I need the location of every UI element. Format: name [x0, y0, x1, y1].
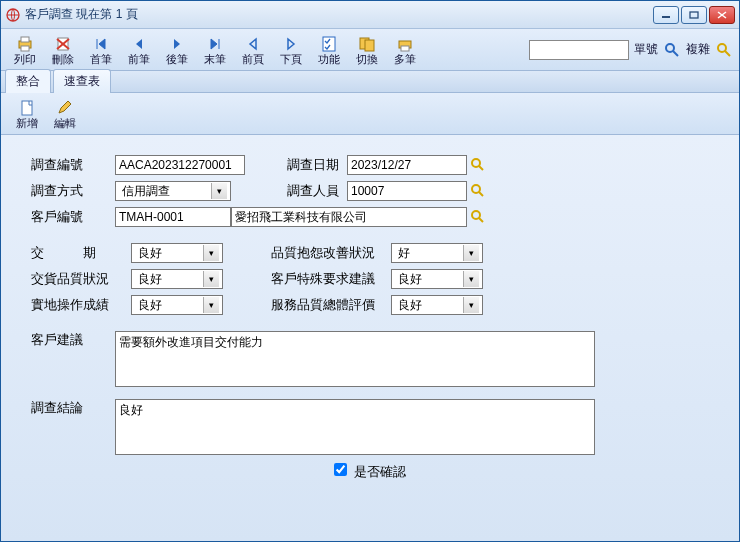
chevron-down-icon: ▾	[211, 183, 227, 199]
svg-line-17	[673, 51, 678, 56]
survey-date-lookup-icon[interactable]	[469, 156, 487, 174]
delivery-quality-combo[interactable]: 良好 ▾	[131, 269, 223, 289]
cust-suggest-textarea[interactable]	[115, 331, 595, 387]
chevron-down-icon: ▾	[203, 271, 219, 287]
tab-quicklook[interactable]: 速查表	[53, 69, 111, 93]
next-page-icon	[283, 34, 299, 54]
chevron-down-icon: ▾	[203, 245, 219, 261]
confirm-checkbox[interactable]	[334, 463, 347, 476]
complex-label: 複雜	[686, 41, 710, 58]
maximize-button[interactable]	[681, 6, 707, 24]
svg-point-21	[472, 159, 480, 167]
svg-rect-15	[401, 46, 409, 51]
svg-line-22	[479, 166, 483, 170]
form-area: 調查編號 調查日期 調查方式 信用調查 ▾ 調查人員 客戶編號	[1, 135, 739, 541]
delete-icon	[54, 34, 72, 54]
svg-rect-13	[365, 40, 374, 51]
survey-no-label: 調查編號	[31, 156, 115, 174]
svg-line-26	[479, 218, 483, 222]
survey-no-field[interactable]	[115, 155, 245, 175]
surveyor-lookup-icon[interactable]	[469, 182, 487, 200]
svg-line-24	[479, 192, 483, 196]
chevron-down-icon: ▾	[463, 297, 479, 313]
edit-button[interactable]: 編輯	[47, 97, 83, 130]
last-icon	[207, 34, 223, 54]
first-icon	[93, 34, 109, 54]
cust-special-combo[interactable]: 良好 ▾	[391, 269, 483, 289]
svg-rect-11	[323, 37, 335, 51]
switch-icon	[358, 34, 376, 54]
cust-suggest-label: 客戶建議	[31, 331, 115, 349]
switch-button[interactable]: 切換	[349, 33, 385, 66]
print-button[interactable]: 列印	[7, 33, 43, 66]
multi-button[interactable]: 多筆	[387, 33, 423, 66]
next-button[interactable]: 後筆	[159, 33, 195, 66]
cust-special-label: 客戶特殊要求建議	[271, 270, 391, 288]
tab-integrate[interactable]: 整合	[5, 69, 51, 93]
checklist-icon	[320, 34, 338, 54]
chevron-down-icon: ▾	[463, 245, 479, 261]
survey-method-label: 調查方式	[31, 182, 115, 200]
window-title: 客戶調查 現在第 1 頁	[25, 6, 653, 23]
main-toolbar: 列印 刪除 首筆 前筆 後筆 末筆 前頁 下頁	[1, 29, 739, 71]
surveyor-field[interactable]	[347, 181, 467, 201]
serial-search-input[interactable]	[529, 40, 629, 60]
multi-print-icon	[396, 34, 414, 54]
printer-icon	[16, 34, 34, 54]
next-icon	[169, 34, 185, 54]
svg-point-23	[472, 185, 480, 193]
surveyor-label: 調查人員	[287, 182, 347, 200]
last-button[interactable]: 末筆	[197, 33, 233, 66]
svg-rect-6	[21, 37, 29, 42]
svg-point-16	[666, 44, 674, 52]
chevron-down-icon: ▾	[463, 271, 479, 287]
sub-toolbar: 新增 編輯	[1, 93, 739, 135]
field-op-label: 實地操作成績	[31, 296, 131, 314]
serial-label: 單號	[634, 41, 658, 58]
quality-improve-combo[interactable]: 好 ▾	[391, 243, 483, 263]
func-button[interactable]: 功能	[311, 33, 347, 66]
svg-rect-7	[21, 46, 29, 51]
confirm-label: 是否確認	[354, 464, 406, 479]
add-button[interactable]: 新增	[9, 97, 45, 130]
chevron-down-icon: ▾	[203, 297, 219, 313]
delivery-quality-label: 交貨品質狀況	[31, 270, 131, 288]
first-button[interactable]: 首筆	[83, 33, 119, 66]
cust-no-field[interactable]	[115, 207, 231, 227]
titlebar: 客戶調查 現在第 1 頁	[1, 1, 739, 29]
prev-icon	[131, 34, 147, 54]
serial-search-icon[interactable]	[663, 41, 681, 59]
delete-button[interactable]: 刪除	[45, 33, 81, 66]
prev-button[interactable]: 前筆	[121, 33, 157, 66]
svg-rect-2	[690, 12, 698, 18]
svg-point-18	[718, 44, 726, 52]
survey-date-field[interactable]	[347, 155, 467, 175]
svg-point-25	[472, 211, 480, 219]
cust-no-label: 客戶編號	[31, 208, 115, 226]
tab-strip: 整合 速查表	[1, 71, 739, 93]
svg-rect-20	[22, 101, 32, 115]
service-eval-label: 服務品質總體評價	[271, 296, 391, 314]
conclusion-textarea[interactable]	[115, 399, 595, 455]
survey-method-combo[interactable]: 信用調查 ▾	[115, 181, 231, 201]
complex-search-icon[interactable]	[715, 41, 733, 59]
service-eval-combo[interactable]: 良好 ▾	[391, 295, 483, 315]
delivery-label: 交 期	[31, 244, 131, 262]
new-doc-icon	[18, 98, 36, 118]
conclusion-label: 調查結論	[31, 399, 115, 417]
next-page-button[interactable]: 下頁	[273, 33, 309, 66]
delivery-combo[interactable]: 良好 ▾	[131, 243, 223, 263]
minimize-button[interactable]	[653, 6, 679, 24]
quality-improve-label: 品質抱怨改善狀況	[271, 244, 391, 262]
prev-page-icon	[245, 34, 261, 54]
survey-date-label: 調查日期	[287, 156, 347, 174]
field-op-combo[interactable]: 良好 ▾	[131, 295, 223, 315]
close-button[interactable]	[709, 6, 735, 24]
cust-name-field[interactable]	[231, 207, 467, 227]
svg-line-19	[725, 51, 730, 56]
pencil-icon	[56, 98, 74, 118]
globe-icon	[5, 7, 21, 23]
confirm-checkbox-wrapper[interactable]: 是否確認	[334, 463, 407, 481]
cust-lookup-icon[interactable]	[469, 208, 487, 226]
prev-page-button[interactable]: 前頁	[235, 33, 271, 66]
